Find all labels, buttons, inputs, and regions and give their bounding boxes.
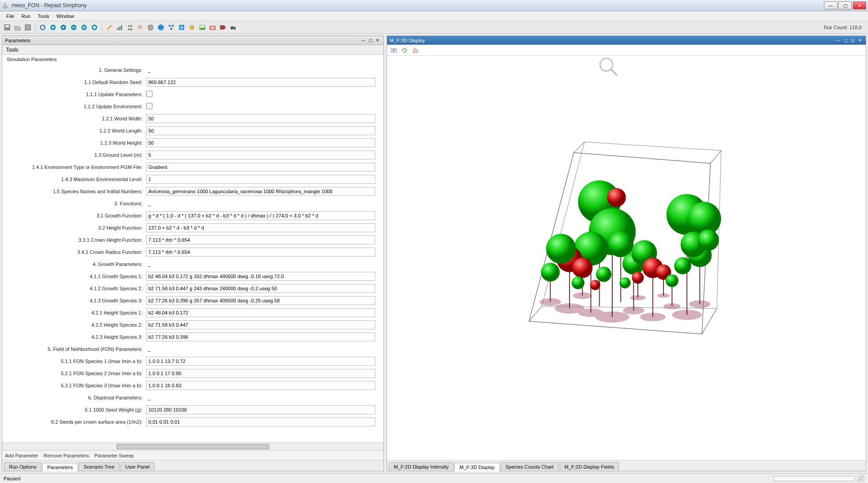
tab-species-chart[interactable]: Species Counts Chart <box>501 462 559 471</box>
param-row: 3.2 Height Function: <box>2 222 383 234</box>
svg-point-89 <box>590 280 601 290</box>
param-text-input[interactable] <box>146 151 375 160</box>
param-text-input[interactable] <box>146 223 375 232</box>
image-icon[interactable] <box>198 23 207 32</box>
truck-icon[interactable] <box>229 23 238 32</box>
snapshot-icon[interactable] <box>390 46 398 54</box>
param-text-input[interactable] <box>146 211 375 220</box>
display-pane-maximize-icon[interactable]: ▢ <box>842 37 849 44</box>
network-icon[interactable] <box>167 23 176 32</box>
param-text-input[interactable] <box>146 284 375 293</box>
param-row: 1.1 Default Random Seed: <box>2 76 383 88</box>
param-text-input[interactable] <box>146 138 375 147</box>
save-icon[interactable] <box>3 23 12 32</box>
param-row: 1.3 Ground Level (m): <box>2 149 383 161</box>
window-titlebar: meso_FON - Repast Simphony — ▢ ✕ <box>0 0 868 11</box>
display-3d-canvas[interactable] <box>387 56 866 460</box>
param-text-input[interactable] <box>146 296 375 305</box>
tab-2d-intensity[interactable]: M_F:2D Display Intensity <box>389 462 454 471</box>
open-icon[interactable] <box>13 23 22 32</box>
param-row: 5.2.1 FON Species 2 (Imax Imin a b): <box>2 367 383 379</box>
param-input-wrap <box>146 369 375 378</box>
param-text-input[interactable] <box>146 417 375 426</box>
param-text-input[interactable] <box>146 175 375 184</box>
tools-header[interactable]: Tools <box>2 45 383 55</box>
param-checkbox[interactable] <box>146 91 152 97</box>
pane-close-icon[interactable]: ✕ <box>374 37 381 44</box>
add-parameter-link[interactable]: Add Parameter <box>5 453 38 458</box>
param-text-input[interactable] <box>146 332 375 341</box>
param-text-input[interactable] <box>146 187 375 196</box>
param-input-wrap <box>146 175 375 184</box>
pause-icon[interactable] <box>80 23 89 32</box>
param-checkbox[interactable] <box>146 103 152 109</box>
display-pane-close-icon[interactable]: ✕ <box>857 37 863 44</box>
db-icon[interactable] <box>146 23 155 32</box>
pane-minimize-icon[interactable]: — <box>360 37 366 44</box>
param-row: 1.2.1 World Width: <box>2 112 383 124</box>
globe-icon[interactable] <box>156 23 165 32</box>
param-text-input[interactable] <box>146 381 375 390</box>
param-text-input[interactable] <box>146 126 375 135</box>
disk-icon[interactable] <box>23 23 32 32</box>
parameters-scroll[interactable]: Simulation Parameters 1. General Setting… <box>2 55 383 442</box>
menu-run[interactable]: Run <box>18 13 34 20</box>
param-text-input[interactable] <box>146 163 375 172</box>
stop-icon[interactable] <box>90 23 99 32</box>
pane-maximize-icon[interactable]: ▢ <box>367 37 374 44</box>
param-text-input[interactable] <box>146 308 375 317</box>
param-label: 1.4.1 Environment Type or Environment PG… <box>2 164 146 170</box>
tab-3d-display[interactable]: M_F:3D Display <box>454 463 499 471</box>
minimize-button[interactable]: — <box>824 1 837 9</box>
param-text-input[interactable] <box>146 272 375 281</box>
menu-file[interactable]: File <box>3 13 18 20</box>
people-icon[interactable] <box>125 23 134 32</box>
tab-parameters[interactable]: Parameters <box>42 463 78 471</box>
display-pane-restore-icon[interactable]: ◱ <box>850 37 856 44</box>
menu-window[interactable]: Window <box>53 13 78 20</box>
param-text-input[interactable] <box>146 114 375 123</box>
record-icon[interactable] <box>218 23 227 32</box>
parameters-pane-titlebar: Parameters — ▢ ✕ <box>2 36 383 45</box>
init-icon[interactable] <box>49 23 58 32</box>
remove-parameters-link[interactable]: Remove Parameters <box>44 453 89 458</box>
camera-icon[interactable] <box>208 23 217 32</box>
menu-tools[interactable]: Tools <box>34 13 53 20</box>
resize-grip-icon[interactable] <box>857 475 864 482</box>
parameter-sweep-link[interactable]: Parameter Sweep <box>94 453 134 458</box>
param-input-wrap <box>146 405 375 414</box>
param-text-input[interactable] <box>146 369 375 378</box>
step-icon[interactable] <box>69 23 78 32</box>
palette-icon[interactable] <box>136 23 145 32</box>
tab-user-panel[interactable]: User Panel <box>120 462 155 471</box>
horizontal-scrollbar[interactable] <box>2 442 383 450</box>
scrollbar-thumb[interactable] <box>116 444 269 449</box>
param-text-input[interactable] <box>146 248 375 257</box>
param-text-input[interactable] <box>146 357 375 366</box>
param-text-input[interactable] <box>146 235 375 244</box>
param-text-input[interactable] <box>146 78 375 87</box>
restore-button[interactable]: ▢ <box>838 1 852 9</box>
display-pane-minimize-icon[interactable]: — <box>835 37 841 44</box>
chart-icon[interactable] <box>115 23 124 32</box>
param-input-wrap <box>146 151 375 160</box>
play-icon[interactable] <box>59 23 68 32</box>
status-text: Paused <box>4 476 774 481</box>
param-row: 3.4.1 Crown Radius Function: <box>2 246 383 258</box>
tab-run-options[interactable]: Run Options <box>4 462 41 471</box>
close-button[interactable]: ✕ <box>853 1 866 9</box>
param-input-wrap <box>146 272 375 281</box>
tick-count-label: Tick Count: 118.0 <box>823 25 865 30</box>
tab-scenario-tree[interactable]: Scenario Tree <box>79 462 119 471</box>
export-icon[interactable] <box>177 23 186 32</box>
reset-icon[interactable] <box>38 23 47 32</box>
tab-2d-fields[interactable]: M_F:2D Display Fields <box>560 462 619 471</box>
svg-point-87 <box>596 266 611 282</box>
param-text-input[interactable] <box>146 405 375 414</box>
wand-icon[interactable] <box>105 23 114 32</box>
gear-icon[interactable] <box>187 23 196 32</box>
param-label: 1.1 Default Random Seed: <box>2 80 146 85</box>
refresh-icon[interactable] <box>401 46 409 54</box>
param-text-input[interactable] <box>146 320 375 329</box>
home-icon[interactable] <box>411 46 419 54</box>
